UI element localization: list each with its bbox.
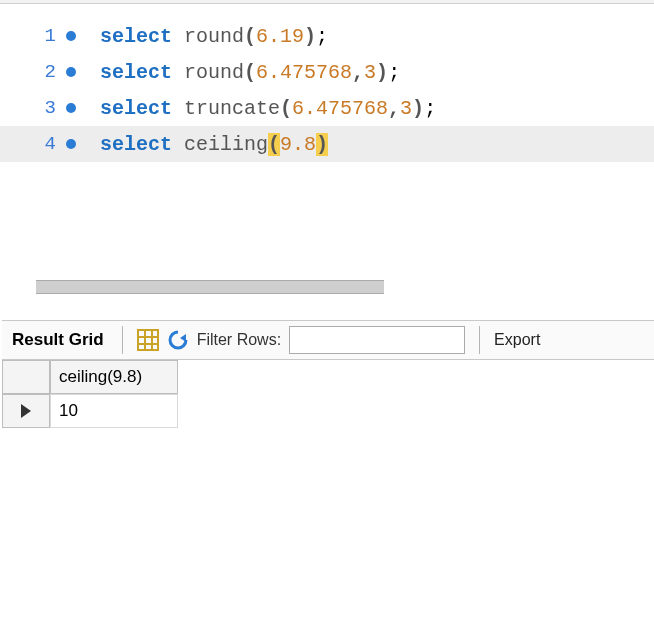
line-number: 4: [0, 133, 66, 155]
statement-marker-icon: [66, 31, 100, 41]
editor-line[interactable]: 1select round(6.19);: [0, 18, 654, 54]
line-number: 2: [0, 61, 66, 83]
scrollbar-thumb[interactable]: [36, 281, 384, 293]
horizontal-scrollbar[interactable]: [36, 280, 384, 294]
sql-editor[interactable]: 1select round(6.19);2select round(6.4757…: [0, 0, 654, 292]
line-number: 3: [0, 97, 66, 119]
column-header[interactable]: ceiling(9.8): [50, 360, 178, 394]
code-text[interactable]: select round(6.19);: [100, 25, 328, 48]
result-grid-label: Result Grid: [8, 330, 108, 350]
editor-toolbar-edge: [0, 0, 654, 4]
toolbar-separator: [479, 326, 480, 354]
row-header-corner: [2, 360, 50, 394]
code-text[interactable]: select round(6.475768,3);: [100, 61, 400, 84]
results-toolbar: Result Grid Filter Rows: Export: [2, 320, 654, 360]
export-label[interactable]: Export: [494, 331, 540, 349]
statement-marker-icon: [66, 139, 100, 149]
current-row-triangle-icon: [21, 404, 31, 418]
line-number: 1: [0, 25, 66, 47]
result-grid-table: ceiling(9.8) 10: [2, 360, 654, 428]
code-text[interactable]: select ceiling(9.8): [100, 133, 328, 156]
editor-line[interactable]: 3select truncate(6.475768,3);: [0, 90, 654, 126]
editor-line[interactable]: 2select round(6.475768,3);: [0, 54, 654, 90]
code-text[interactable]: select truncate(6.475768,3);: [100, 97, 436, 120]
grid-cell[interactable]: 10: [50, 394, 178, 428]
filter-rows-input[interactable]: [289, 326, 465, 354]
refresh-icon[interactable]: [167, 329, 189, 351]
results-panel: Result Grid Filter Rows: Export ceiling(…: [2, 320, 654, 630]
toolbar-separator: [122, 326, 123, 354]
statement-marker-icon: [66, 103, 100, 113]
row-indicator[interactable]: [2, 394, 50, 428]
svg-rect-0: [138, 330, 158, 350]
filter-rows-label: Filter Rows:: [197, 331, 281, 349]
statement-marker-icon: [66, 67, 100, 77]
svg-marker-5: [180, 334, 186, 342]
editor-line[interactable]: 4select ceiling(9.8): [0, 126, 654, 162]
grid-view-icon[interactable]: [137, 329, 159, 351]
